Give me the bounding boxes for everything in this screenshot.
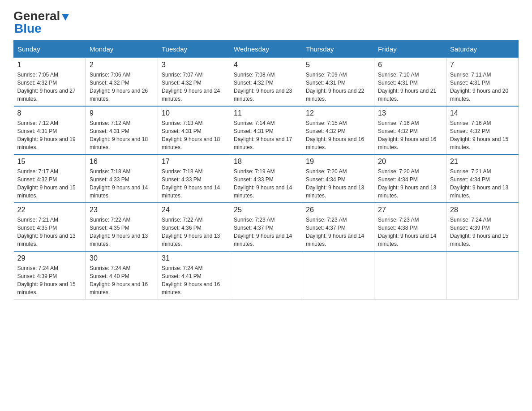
table-row: 24Sunrise: 7:22 AMSunset: 4:36 PMDayligh… (158, 203, 230, 251)
day-info: Sunrise: 7:21 AMSunset: 4:34 PMDaylight:… (450, 167, 515, 200)
day-info: Sunrise: 7:07 AMSunset: 4:32 PMDaylight:… (162, 71, 226, 103)
table-row: 17Sunrise: 7:18 AMSunset: 4:33 PMDayligh… (158, 154, 230, 203)
day-info: Sunrise: 7:14 AMSunset: 4:31 PMDaylight:… (234, 119, 298, 151)
day-info: Sunrise: 7:24 AMSunset: 4:41 PMDaylight:… (162, 264, 226, 296)
table-row: 23Sunrise: 7:22 AMSunset: 4:35 PMDayligh… (86, 203, 158, 251)
page-header: General Blue (13, 9, 519, 36)
day-number: 3 (162, 61, 226, 69)
day-info: Sunrise: 7:11 AMSunset: 4:31 PMDaylight:… (450, 71, 515, 103)
table-row: 10Sunrise: 7:13 AMSunset: 4:31 PMDayligh… (158, 106, 230, 154)
table-row: 28Sunrise: 7:24 AMSunset: 4:39 PMDayligh… (446, 203, 519, 251)
table-row: 1Sunrise: 7:05 AMSunset: 4:32 PMDaylight… (14, 58, 86, 106)
day-info: Sunrise: 7:17 AMSunset: 4:32 PMDaylight:… (17, 167, 82, 200)
day-number: 19 (306, 158, 370, 166)
day-number: 23 (90, 206, 154, 214)
table-row: 26Sunrise: 7:23 AMSunset: 4:37 PMDayligh… (302, 203, 374, 251)
day-info: Sunrise: 7:15 AMSunset: 4:32 PMDaylight:… (306, 119, 370, 151)
day-info: Sunrise: 7:12 AMSunset: 4:31 PMDaylight:… (90, 119, 154, 151)
table-row: 19Sunrise: 7:20 AMSunset: 4:34 PMDayligh… (302, 154, 374, 203)
day-info: Sunrise: 7:10 AMSunset: 4:31 PMDaylight:… (378, 71, 442, 103)
day-number: 21 (450, 158, 515, 166)
header-tuesday: Tuesday (158, 41, 230, 58)
day-info: Sunrise: 7:24 AMSunset: 4:39 PMDaylight:… (450, 216, 515, 248)
day-number: 13 (378, 109, 442, 117)
calendar-week-row: 15Sunrise: 7:17 AMSunset: 4:32 PMDayligh… (14, 154, 519, 203)
day-number: 29 (17, 254, 82, 262)
table-row (446, 251, 519, 300)
table-row: 15Sunrise: 7:17 AMSunset: 4:32 PMDayligh… (14, 154, 86, 203)
day-info: Sunrise: 7:23 AMSunset: 4:37 PMDaylight:… (234, 216, 298, 248)
calendar-week-row: 8Sunrise: 7:12 AMSunset: 4:31 PMDaylight… (14, 106, 519, 154)
table-row: 4Sunrise: 7:08 AMSunset: 4:32 PMDaylight… (230, 58, 302, 106)
calendar-week-row: 22Sunrise: 7:21 AMSunset: 4:35 PMDayligh… (14, 203, 519, 251)
calendar-table: Sunday Monday Tuesday Wednesday Thursday… (13, 40, 519, 300)
day-info: Sunrise: 7:23 AMSunset: 4:38 PMDaylight:… (378, 216, 442, 248)
table-row: 27Sunrise: 7:23 AMSunset: 4:38 PMDayligh… (374, 203, 446, 251)
day-info: Sunrise: 7:16 AMSunset: 4:32 PMDaylight:… (450, 119, 515, 151)
calendar-header: Sunday Monday Tuesday Wednesday Thursday… (14, 41, 519, 58)
table-row: 12Sunrise: 7:15 AMSunset: 4:32 PMDayligh… (302, 106, 374, 154)
logo-blue: Blue (14, 21, 42, 36)
table-row: 7Sunrise: 7:11 AMSunset: 4:31 PMDaylight… (446, 58, 519, 106)
day-info: Sunrise: 7:05 AMSunset: 4:32 PMDaylight:… (17, 71, 82, 103)
header-sunday: Sunday (14, 41, 86, 58)
day-info: Sunrise: 7:16 AMSunset: 4:32 PMDaylight:… (378, 119, 442, 151)
table-row: 3Sunrise: 7:07 AMSunset: 4:32 PMDaylight… (158, 58, 230, 106)
header-friday: Friday (374, 41, 446, 58)
day-number: 17 (162, 158, 226, 166)
table-row: 13Sunrise: 7:16 AMSunset: 4:32 PMDayligh… (374, 106, 446, 154)
day-number: 25 (234, 206, 298, 214)
table-row: 30Sunrise: 7:24 AMSunset: 4:40 PMDayligh… (86, 251, 158, 300)
table-row: 22Sunrise: 7:21 AMSunset: 4:35 PMDayligh… (14, 203, 86, 251)
table-row: 31Sunrise: 7:24 AMSunset: 4:41 PMDayligh… (158, 251, 230, 300)
day-info: Sunrise: 7:20 AMSunset: 4:34 PMDaylight:… (306, 167, 370, 200)
day-number: 15 (17, 158, 82, 166)
table-row (374, 251, 446, 300)
day-number: 9 (90, 109, 154, 117)
calendar-body: 1Sunrise: 7:05 AMSunset: 4:32 PMDaylight… (14, 58, 519, 300)
day-number: 16 (90, 158, 154, 166)
table-row: 14Sunrise: 7:16 AMSunset: 4:32 PMDayligh… (446, 106, 519, 154)
day-info: Sunrise: 7:19 AMSunset: 4:33 PMDaylight:… (234, 167, 298, 200)
table-row: 5Sunrise: 7:09 AMSunset: 4:31 PMDaylight… (302, 58, 374, 106)
table-row: 21Sunrise: 7:21 AMSunset: 4:34 PMDayligh… (446, 154, 519, 203)
table-row: 11Sunrise: 7:14 AMSunset: 4:31 PMDayligh… (230, 106, 302, 154)
day-number: 1 (17, 61, 82, 69)
day-info: Sunrise: 7:20 AMSunset: 4:34 PMDaylight:… (378, 167, 442, 200)
table-row: 29Sunrise: 7:24 AMSunset: 4:39 PMDayligh… (14, 251, 86, 300)
day-number: 24 (162, 206, 226, 214)
day-info: Sunrise: 7:18 AMSunset: 4:33 PMDaylight:… (90, 167, 154, 200)
table-row: 18Sunrise: 7:19 AMSunset: 4:33 PMDayligh… (230, 154, 302, 203)
day-number: 27 (378, 206, 442, 214)
day-info: Sunrise: 7:24 AMSunset: 4:39 PMDaylight:… (17, 264, 82, 296)
weekday-header-row: Sunday Monday Tuesday Wednesday Thursday… (14, 41, 519, 58)
day-number: 20 (378, 158, 442, 166)
svg-marker-0 (62, 14, 69, 21)
table-row: 25Sunrise: 7:23 AMSunset: 4:37 PMDayligh… (230, 203, 302, 251)
day-number: 31 (162, 254, 226, 262)
table-row (230, 251, 302, 300)
day-info: Sunrise: 7:08 AMSunset: 4:32 PMDaylight:… (234, 71, 298, 103)
day-number: 4 (234, 61, 298, 69)
day-info: Sunrise: 7:13 AMSunset: 4:31 PMDaylight:… (162, 119, 226, 151)
day-number: 7 (450, 61, 515, 69)
day-number: 2 (90, 61, 154, 69)
day-number: 22 (17, 206, 82, 214)
calendar-week-row: 29Sunrise: 7:24 AMSunset: 4:39 PMDayligh… (14, 251, 519, 300)
day-info: Sunrise: 7:06 AMSunset: 4:32 PMDaylight:… (90, 71, 154, 103)
day-number: 30 (90, 254, 154, 262)
calendar-week-row: 1Sunrise: 7:05 AMSunset: 4:32 PMDaylight… (14, 58, 519, 106)
logo: General Blue (13, 9, 70, 36)
table-row: 2Sunrise: 7:06 AMSunset: 4:32 PMDaylight… (86, 58, 158, 106)
header-saturday: Saturday (446, 41, 519, 58)
day-number: 14 (450, 109, 515, 117)
day-info: Sunrise: 7:09 AMSunset: 4:31 PMDaylight:… (306, 71, 370, 103)
table-row: 16Sunrise: 7:18 AMSunset: 4:33 PMDayligh… (86, 154, 158, 203)
header-monday: Monday (86, 41, 158, 58)
day-info: Sunrise: 7:18 AMSunset: 4:33 PMDaylight:… (162, 167, 226, 200)
day-number: 5 (306, 61, 370, 69)
day-info: Sunrise: 7:22 AMSunset: 4:36 PMDaylight:… (162, 216, 226, 248)
table-row (302, 251, 374, 300)
day-number: 26 (306, 206, 370, 214)
header-thursday: Thursday (302, 41, 374, 58)
